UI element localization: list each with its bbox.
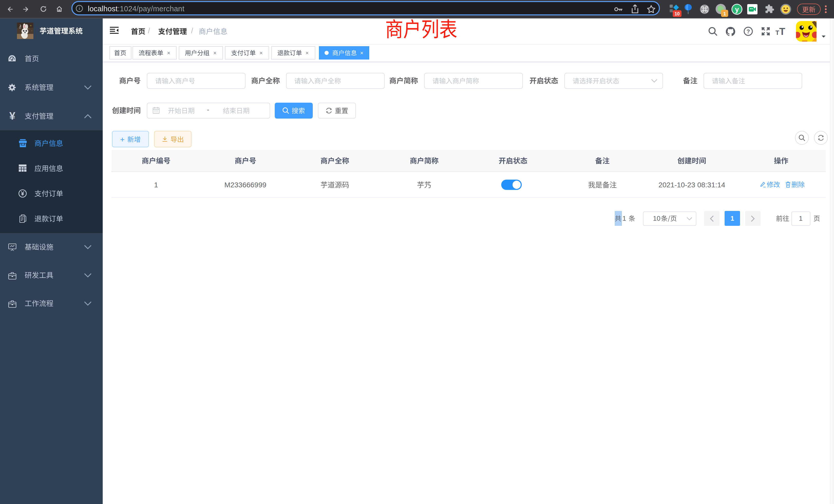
svg-text:y: y (735, 6, 739, 13)
svg-text:?: ? (746, 28, 750, 35)
